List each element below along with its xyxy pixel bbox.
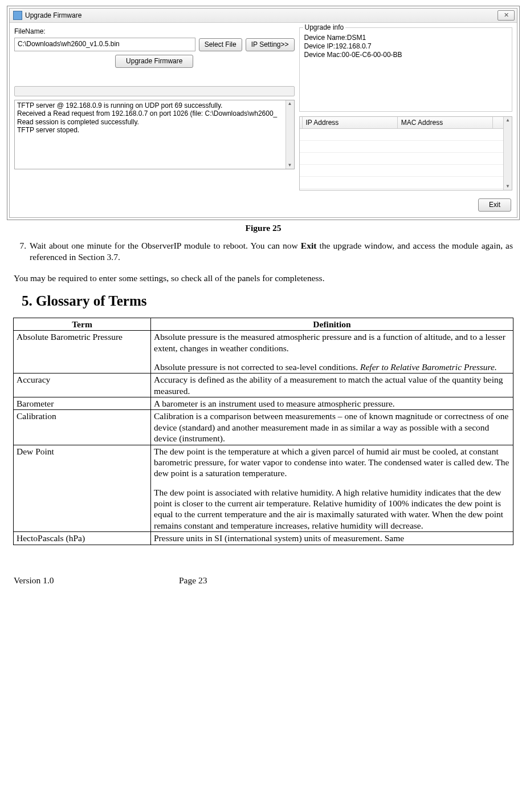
close-icon[interactable]: ✕	[498, 10, 515, 21]
device-mac: Device Mac:00-0E-C6-00-00-BB	[304, 51, 507, 59]
table-row[interactable]	[300, 165, 503, 177]
progress-bar	[14, 86, 295, 96]
term-header: Term	[14, 318, 151, 330]
upgrade-info-group: Upgrade info Device Name:DSM1 Device IP:…	[299, 27, 512, 112]
definition-cell: Accuracy is defined as the ability of a …	[151, 373, 513, 397]
window-title: Upgrade Firmware	[25, 11, 498, 20]
term-cell: Dew Point	[14, 445, 151, 532]
definition-cell: Pressure units in SI (international syst…	[151, 532, 513, 545]
page-number: Page 23	[179, 575, 207, 586]
log-line: Read session is completed successfully.	[17, 118, 283, 126]
device-grid: IP Address MAC Address	[299, 116, 512, 190]
log-line: Received a Read request from 192.168.0.7…	[17, 109, 283, 117]
mac-column-header[interactable]: MAC Address	[398, 117, 493, 128]
upgrade-firmware-button[interactable]: Upgrade Firmware	[115, 55, 193, 68]
term-cell: Absolute Barometric Pressure	[14, 331, 151, 373]
scrollbar[interactable]: ▲ ▼	[286, 100, 294, 169]
version-text: Version 1.0	[14, 575, 179, 586]
scroll-down-icon[interactable]: ▼	[288, 162, 292, 169]
definition-header: Definition	[151, 318, 513, 330]
upgrade-firmware-window: Upgrade Firmware ✕ FileName: C:\Download…	[9, 8, 517, 218]
definition-cell: Calibration is a comparison between meas…	[151, 410, 513, 445]
term-cell: Barometer	[14, 397, 151, 410]
select-file-button[interactable]: Select File	[199, 38, 242, 51]
filename-input[interactable]: C:\Downloads\wh2600_v1.0.5.bin	[14, 38, 195, 51]
scroll-up-icon[interactable]: ▲	[288, 100, 292, 107]
device-name: Device Name:DSM1	[304, 34, 507, 42]
table-row[interactable]	[300, 141, 503, 153]
grid-scrollbar[interactable]: ▲ ▼	[503, 117, 512, 190]
upgrade-info-legend: Upgrade info	[303, 23, 346, 32]
scroll-up-icon[interactable]: ▲	[505, 117, 510, 124]
table-row[interactable]	[300, 153, 503, 165]
completeness-note: You may be required to enter some settin…	[14, 273, 513, 283]
glossary-heading: 5. Glossary of Terms	[22, 292, 520, 310]
scroll-down-icon[interactable]: ▼	[505, 183, 510, 190]
titlebar: Upgrade Firmware ✕	[10, 9, 517, 23]
term-cell: HectoPascals (hPa)	[14, 532, 151, 545]
step-7: Wait about one minute for the ObserverIP…	[28, 240, 513, 262]
definition-cell: A barometer is an instrument used to mea…	[151, 397, 513, 410]
glossary-table: Term Definition Absolute Barometric Pres…	[13, 318, 513, 545]
exit-button[interactable]: Exit	[478, 198, 511, 212]
page-footer: Version 1.0 Page 23	[7, 575, 520, 586]
table-row: Barometer A barometer is an instrument u…	[14, 397, 513, 410]
table-row: Absolute Barometric Pressure Absolute pr…	[14, 331, 513, 373]
app-icon	[13, 11, 22, 20]
log-line: TFTP server @ 192.168.0.9 is running on …	[17, 102, 283, 109]
table-row: Accuracy Accuracy is defined as the abil…	[14, 373, 513, 397]
filename-label: FileName:	[14, 27, 295, 36]
term-cell: Calibration	[14, 410, 151, 445]
ip-column-header[interactable]: IP Address	[303, 117, 398, 128]
definition-cell: The dew point is the temperature at whic…	[151, 445, 513, 532]
firmware-screenshot: Upgrade Firmware ✕ FileName: C:\Download…	[7, 6, 520, 220]
table-row: Dew Point The dew point is the temperatu…	[14, 445, 513, 532]
log-output: TFTP server @ 192.168.0.9 is running on …	[14, 100, 295, 169]
table-row[interactable]	[300, 129, 503, 141]
device-ip: Device IP:192.168.0.7	[304, 42, 507, 51]
table-row[interactable]	[300, 177, 503, 189]
term-cell: Accuracy	[14, 373, 151, 397]
figure-caption: Figure 25	[7, 222, 520, 233]
ip-setting-button[interactable]: IP Setting>>	[246, 38, 295, 51]
log-line: TFTP server stoped.	[17, 126, 283, 134]
table-row: Calibration Calibration is a comparison …	[14, 410, 513, 445]
table-row: HectoPascals (hPa) Pressure units in SI …	[14, 532, 513, 545]
definition-cell: Absolute pressure is the measured atmosp…	[151, 331, 513, 373]
